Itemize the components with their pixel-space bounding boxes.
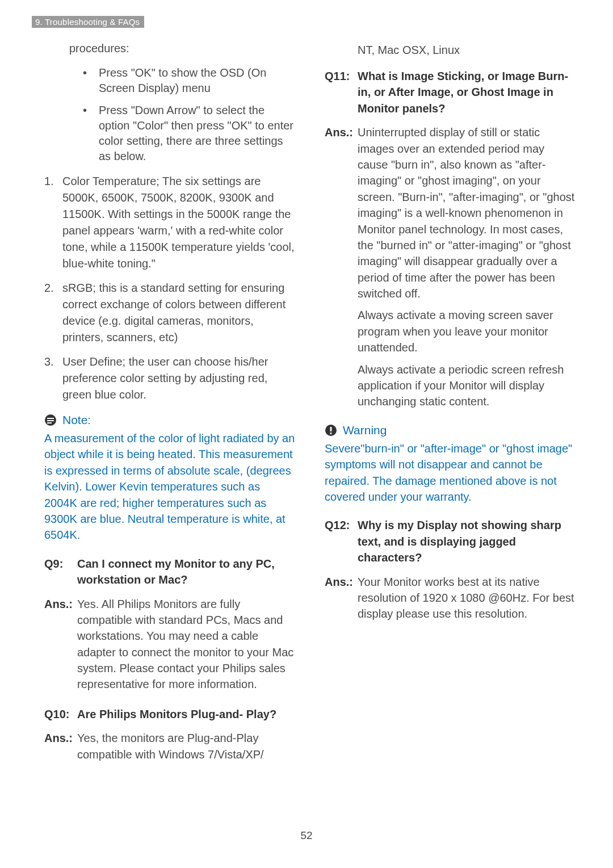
list-text: User Define; the user can choose his/her… [62,355,268,401]
svg-rect-1 [47,418,54,419]
answer-paragraph: Your Monitor works best at its native re… [358,574,576,622]
list-item: Press "Down Arrow" to select the option … [83,103,295,164]
procedures-label: procedures: [69,42,295,55]
a-label: Ans.: [44,730,77,768]
a-label: Ans.: [44,596,77,698]
warning-title: Warning [343,423,387,437]
warning-header: Warning [325,423,576,437]
note-title: Note: [62,413,91,427]
a10-continuation: NT, Mac OSX, Linux [358,42,576,58]
section-header-tab: 9. Troubleshooting & FAQs [32,16,144,28]
qa-a9: Ans.: Yes. All Philips Monitors are full… [44,596,295,698]
a-label: Ans.: [325,124,358,416]
list-number: 2. [44,280,54,296]
qa-a10: Ans.: Yes, the monitors are Plug-and-Pla… [44,730,295,768]
answer-paragraph: Yes. All Philips Monitors are fully comp… [77,596,295,693]
a-text: Your Monitor works best at its native re… [358,574,576,628]
a-label: Ans.: [325,574,358,628]
procedure-bullets: Press "OK" to show the OSD (On Screen Di… [83,65,295,164]
answer-paragraph: Always activate a moving screen saver pr… [358,307,576,355]
qa-q9: Q9: Can I connect my Monitor to any PC, … [44,556,295,588]
list-number: 1. [44,173,54,190]
qa-q11: Q11: What is Image Sticking, or Image Bu… [325,68,576,116]
list-number: 3. [44,354,54,370]
warning-icon [325,424,337,437]
answer-paragraph: Always activate a periodic screen refres… [358,362,576,410]
list-item: 1.Color Temperature; The six settings ar… [44,173,295,272]
qa-q10: Q10: Are Philips Monitors Plug-and- Play… [44,706,295,722]
q-label: Q11: [325,68,358,116]
q-label: Q9: [44,556,77,588]
two-column-layout: procedures: Press "OK" to show the OSD (… [37,42,576,776]
list-text: Color Temperature; The six settings are … [62,175,295,270]
page-number: 52 [0,829,613,842]
note-body: A measurement of the color of light radi… [44,430,295,543]
q-text: Are Philips Monitors Plug-and- Play? [77,706,295,722]
left-column: procedures: Press "OK" to show the OSD (… [37,42,295,776]
answer-paragraph: Yes, the monitors are Plug-and-Play comp… [77,730,295,762]
list-item: 2.sRGB; this is a standard setting for e… [44,280,295,346]
a-text: Yes, the monitors are Plug-and-Play comp… [77,730,295,768]
q-text: Why is my Display not showing sharp text… [358,517,576,565]
q-label: Q12: [325,517,358,565]
svg-rect-3 [47,422,52,423]
a-text: Uninterrupted display of still or static… [358,124,576,416]
svg-rect-2 [47,420,54,421]
list-text: sRGB; this is a standard setting for ens… [62,282,285,343]
svg-rect-5 [330,427,332,431]
svg-rect-6 [330,433,332,434]
q-text: Can I connect my Monitor to any PC, work… [77,556,295,588]
right-column: NT, Mac OSX, Linux Q11: What is Image St… [318,42,576,776]
note-icon [44,414,57,426]
qa-q12: Q12: Why is my Display not showing sharp… [325,517,576,565]
qa-a11: Ans.: Uninterrupted display of still or … [325,124,576,416]
answer-paragraph: Uninterrupted display of still or static… [358,124,576,301]
list-item: Press "OK" to show the OSD (On Screen Di… [83,65,295,96]
numbered-list: 1.Color Temperature; The six settings ar… [44,173,295,403]
note-header: Note: [44,413,295,427]
q-text: What is Image Sticking, or Image Burn-in… [358,68,576,116]
a-text: Yes. All Philips Monitors are fully comp… [77,596,295,698]
list-item: 3.User Define; the user can choose his/h… [44,354,295,403]
q-label: Q10: [44,706,77,722]
warning-body: Severe"burn-in" or "after-image" or "gho… [325,441,576,505]
qa-a12: Ans.: Your Monitor works best at its nat… [325,574,576,628]
